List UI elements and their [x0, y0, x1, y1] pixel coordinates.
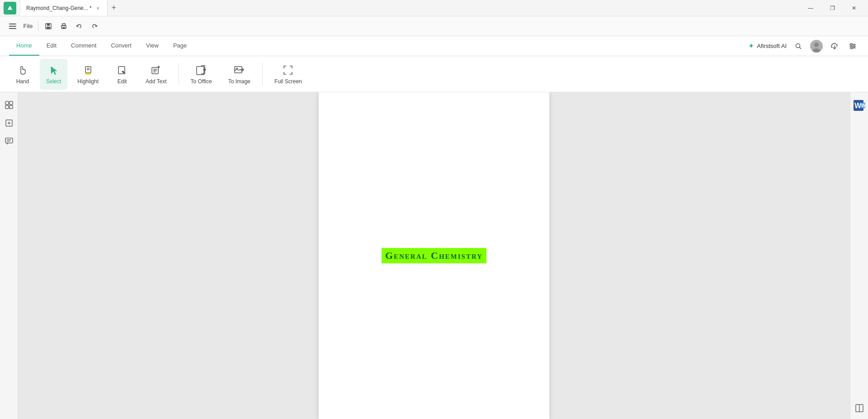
tab-comment[interactable]: Comment: [64, 36, 104, 56]
file-button[interactable]: File: [21, 19, 35, 33]
edit-tool-button[interactable]: Edit: [108, 59, 136, 90]
full-screen-button[interactable]: Full Screen: [268, 59, 308, 90]
svg-point-18: [853, 45, 855, 47]
minimize-button[interactable]: —: [800, 1, 821, 15]
highlight-label: Highlight: [77, 78, 99, 85]
tab-convert[interactable]: Convert: [104, 36, 139, 56]
svg-text:W: W: [854, 102, 862, 110]
edit-label: Edit: [118, 78, 127, 85]
svg-rect-38: [9, 101, 13, 105]
svg-rect-2: [9, 28, 16, 29]
add-text-tool-button[interactable]: Add Text: [139, 59, 173, 90]
quick-access-toolbar: File: [0, 16, 868, 36]
redo-button[interactable]: [87, 19, 102, 33]
restore-button[interactable]: ❐: [822, 1, 843, 15]
ribbon: Hand Select Highlight Edit: [0, 56, 868, 92]
select-tool-button[interactable]: Select: [40, 59, 67, 90]
comments-panel-button[interactable]: [2, 134, 16, 148]
active-tab[interactable]: Raymond_Chang-Gene... * ×: [21, 0, 108, 16]
svg-point-17: [850, 43, 852, 45]
print-button[interactable]: [57, 19, 71, 33]
tab-view[interactable]: View: [139, 36, 166, 56]
search-button[interactable]: [792, 40, 805, 52]
add-page-button[interactable]: [2, 116, 16, 130]
menu-right-controls: ✦ Afirstsoft AI: [748, 40, 859, 52]
menu-tabs: Home Edit Comment Convert View Page: [9, 36, 194, 56]
save-button[interactable]: [41, 19, 56, 33]
avatar[interactable]: [810, 40, 823, 52]
svg-rect-7: [62, 24, 65, 26]
left-sidebar: [0, 92, 18, 419]
to-office-button[interactable]: To Office: [184, 59, 218, 90]
to-image-button[interactable]: To Image: [222, 59, 257, 90]
tab-page[interactable]: Page: [166, 36, 194, 56]
main-area: General Chemistry W W: [0, 92, 868, 419]
canvas-area: General Chemistry: [18, 92, 850, 419]
close-button[interactable]: ✕: [844, 1, 864, 15]
expand-panel-button[interactable]: [852, 401, 867, 415]
hand-tool-button[interactable]: Hand: [9, 59, 36, 90]
hamburger-menu-button[interactable]: [5, 19, 20, 33]
cloud-icon[interactable]: [828, 40, 841, 52]
svg-rect-37: [5, 101, 9, 105]
tab-title: Raymond_Chang-Gene... *: [26, 5, 92, 11]
close-tab-button[interactable]: ×: [94, 5, 102, 12]
svg-text:W: W: [861, 103, 866, 108]
document-title: General Chemistry: [382, 248, 486, 263]
to-image-label: To Image: [228, 78, 250, 85]
tab-strip: Raymond_Chang-Gene... * × +: [21, 0, 800, 16]
settings-icon[interactable]: [846, 40, 859, 52]
svg-line-10: [800, 47, 802, 49]
add-tab-button[interactable]: +: [108, 2, 120, 14]
svg-rect-5: [47, 27, 50, 29]
svg-rect-40: [9, 105, 13, 109]
word-icon-button[interactable]: W W: [852, 98, 867, 112]
svg-rect-4: [47, 24, 50, 26]
window-controls: — ❐ ✕: [800, 1, 864, 15]
tab-edit[interactable]: Edit: [39, 36, 64, 56]
highlight-tool-button[interactable]: Highlight: [71, 59, 105, 90]
right-sidebar: W W: [850, 92, 868, 419]
svg-rect-44: [5, 138, 13, 143]
ai-badge[interactable]: ✦ Afirstsoft AI: [748, 42, 787, 50]
ribbon-separator-2: [262, 63, 263, 86]
hand-label: Hand: [16, 78, 29, 85]
svg-point-19: [851, 47, 853, 49]
toolbar-divider: [38, 21, 38, 32]
menubar: Home Edit Comment Convert View Page ✦ Af…: [0, 36, 868, 56]
thumbnail-panel-button[interactable]: [2, 98, 16, 112]
svg-rect-39: [5, 105, 9, 109]
tab-home[interactable]: Home: [9, 36, 39, 56]
undo-button[interactable]: [72, 19, 86, 33]
ai-label: Afirstsoft AI: [757, 43, 787, 49]
select-label: Select: [46, 78, 61, 85]
titlebar: Raymond_Chang-Gene... * × + — ❐ ✕: [0, 0, 868, 16]
svg-rect-0: [9, 24, 16, 24]
svg-point-9: [796, 43, 800, 48]
full-screen-label: Full Screen: [274, 78, 302, 85]
svg-point-12: [814, 43, 819, 47]
ai-star-icon: ✦: [748, 42, 754, 50]
ribbon-separator-1: [179, 63, 179, 86]
svg-rect-1: [9, 26, 16, 27]
add-text-label: Add Text: [146, 78, 166, 85]
pdf-page: General Chemistry: [319, 92, 549, 419]
app-logo: [4, 2, 16, 14]
svg-rect-8: [62, 27, 65, 29]
to-office-label: To Office: [191, 78, 212, 85]
